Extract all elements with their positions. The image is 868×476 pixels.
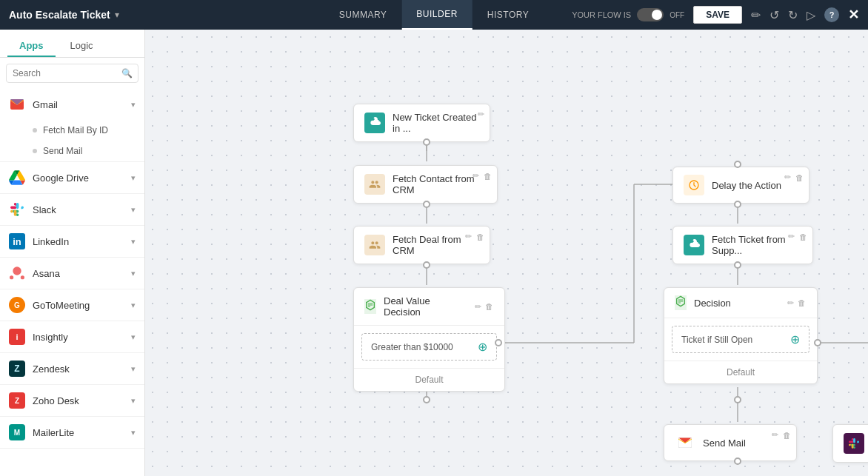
node-fetch-contact[interactable]: Fetch Contact from CRM ✏ 🗑 [353, 165, 498, 204]
app-item-asana[interactable]: Asana ▾ [0, 258, 144, 289]
connector-fetch-deal-bottom [423, 261, 430, 269]
send-mail-delete-btn[interactable]: 🗑 [782, 429, 792, 440]
deal-branch-add-btn[interactable]: ⊕ [478, 340, 487, 354]
connector-delay-top [734, 161, 741, 168]
decision-label: Decision [694, 298, 779, 309]
zoho-chevron-icon: ▾ [131, 396, 136, 406]
fetch-ticket-icon [684, 235, 704, 255]
help-icon[interactable]: ? [824, 7, 839, 22]
app-group-zendesk: Z Zendesk ▾ [0, 353, 144, 385]
decision-branch-add-btn[interactable]: ⊕ [790, 332, 800, 346]
fetch-ticket-delete-btn[interactable]: 🗑 [798, 231, 808, 242]
zoho-label: Zoho Desk [33, 395, 79, 406]
app-item-zoho[interactable]: Z Zoho Desk ▾ [0, 385, 144, 416]
deal-decision-delete-btn[interactable]: 🗑 [484, 301, 494, 312]
node-send-channel[interactable]: Send Channel Message ✏ 🗑 [832, 424, 868, 463]
app-group-insightly: i Insightly ▾ [0, 321, 144, 353]
gmail-chevron-icon: ▾ [131, 100, 136, 110]
tab-summary[interactable]: SUMMARY [324, 0, 402, 30]
tab-builder[interactable]: BUILDER [401, 0, 473, 30]
mailerlite-label: MailerLite [33, 427, 74, 438]
node-deal-value-decision[interactable]: Deal Value Decision ✏ 🗑 Greater than $10… [353, 287, 505, 392]
title-chevron-icon[interactable]: ▾ [115, 10, 119, 20]
search-input[interactable] [6, 64, 138, 83]
asana-chevron-icon: ▾ [131, 269, 136, 278]
node-fetch-deal[interactable]: Fetch Deal from CRM ✏ 🗑 [353, 226, 490, 264]
node-decision[interactable]: Decision ✏ 🗑 Ticket if Still Open ⊕ Defa… [664, 287, 818, 384]
app-item-gmail[interactable]: Gmail ▾ [0, 89, 144, 120]
app-item-linkedin[interactable]: in LinkedIn ▾ [0, 226, 144, 257]
sidebar-item-send-mail[interactable]: Send Mail [0, 141, 144, 161]
deal-decision-icon [364, 299, 376, 314]
undo-icon[interactable]: ↺ [769, 8, 779, 22]
app-item-mailerlite[interactable]: M MailerLite ▾ [0, 417, 144, 448]
node-fetch-ticket[interactable]: Fetch Ticket from Supp... ✏ 🗑 [672, 226, 813, 264]
fetch-deal-delete-btn[interactable]: 🗑 [475, 231, 485, 242]
node-send-mail[interactable]: Send Mail ✏ 🗑 [664, 424, 797, 461]
app-item-zendesk[interactable]: Z Zendesk ▾ [0, 353, 144, 384]
app-item-gotomeeting[interactable]: G GoToMeeting ▾ [0, 289, 144, 321]
new-ticket-label: New Ticket Created in ... [393, 112, 479, 134]
decision-edit-btn[interactable]: ✏ [787, 298, 795, 309]
connector-delay-bottom [734, 201, 741, 208]
fetch-contact-delete-btn[interactable]: 🗑 [483, 170, 493, 181]
decision-delete-btn[interactable]: 🗑 [797, 298, 807, 309]
flow-canvas[interactable]: New Ticket Created in ... ✏ Fetch Contac… [145, 30, 868, 476]
app-item-slack[interactable]: Slack ▾ [0, 194, 144, 225]
app-group-slack: Slack ▾ [0, 194, 144, 226]
deal-default-label: Default [415, 375, 443, 385]
main-layout: Apps Logic 🔍 Gmail ▾ Fetch Mail By ID [0, 30, 868, 476]
decision-header: Decision ✏ 🗑 [664, 288, 817, 318]
new-ticket-edit-btn[interactable]: ✏ [477, 109, 485, 120]
redo-icon[interactable]: ↻ [788, 8, 798, 22]
flow-status: YOUR FLOW IS OFF [572, 8, 684, 21]
deal-decision-body: Greater than $10000 ⊕ Default [354, 333, 504, 391]
mailerlite-chevron-icon: ▾ [131, 428, 136, 438]
close-button[interactable]: ✕ [848, 7, 859, 23]
svg-point-1 [10, 275, 13, 279]
app-group-zoho: Z Zoho Desk ▾ [0, 385, 144, 417]
connector-send-mail-bottom [734, 457, 741, 465]
search-box: 🔍 [6, 64, 138, 83]
gmail-icon [9, 96, 25, 113]
send-mail-edit-btn[interactable]: ✏ [771, 429, 779, 440]
sidebar-tab-logic[interactable]: Logic [59, 36, 105, 57]
send-channel-icon [844, 433, 864, 454]
fetch-contact-edit-btn[interactable]: ✏ [472, 170, 480, 181]
app-group-gotomeeting: G GoToMeeting ▾ [0, 289, 144, 321]
fetch-ticket-actions: ✏ 🗑 [787, 231, 808, 242]
insightly-label: Insightly [33, 332, 68, 343]
node-delay-action[interactable]: Delay the Action ✏ 🗑 [672, 167, 809, 204]
play-icon[interactable]: ▷ [807, 8, 815, 22]
decision-branch-label: Ticket if Still Open [681, 335, 752, 345]
sidebar-item-fetch-mail[interactable]: Fetch Mail By ID [0, 120, 144, 141]
save-button[interactable]: SAVE [693, 6, 742, 24]
zoho-icon: Z [9, 392, 25, 409]
zendesk-label: Zendesk [33, 363, 70, 375]
fetch-deal-edit-btn[interactable]: ✏ [464, 231, 473, 242]
new-ticket-icon [364, 113, 385, 133]
node-new-ticket[interactable]: New Ticket Created in ... ✏ [353, 104, 490, 142]
edit-icon[interactable]: ✏ [751, 8, 761, 22]
decision-branch-condition: Ticket if Still Open ⊕ [672, 326, 809, 353]
sidebar-tabs: Apps Logic [0, 30, 144, 58]
flow-toggle[interactable] [637, 8, 664, 21]
app-item-gdrive[interactable]: Google Drive ▾ [0, 162, 144, 193]
connector-new-ticket-bottom [423, 138, 430, 146]
app-item-insightly[interactable]: i Insightly ▾ [0, 321, 144, 352]
fetch-ticket-edit-btn[interactable]: ✏ [787, 231, 795, 242]
delay-edit-btn[interactable]: ✏ [784, 172, 792, 183]
deal-decision-edit-btn[interactable]: ✏ [474, 301, 482, 312]
slack-chevron-icon: ▾ [131, 205, 136, 215]
tab-history[interactable]: HISTORY [473, 0, 544, 30]
connector-decision-branch [814, 339, 821, 346]
delay-delete-btn[interactable]: 🗑 [795, 172, 804, 183]
deal-branch-condition: Greater than $10000 ⊕ [361, 333, 497, 361]
sidebar-tab-apps[interactable]: Apps [7, 36, 56, 57]
asana-icon [9, 265, 25, 281]
mailerlite-icon: M [9, 424, 25, 440]
app-group-mailerlite: M MailerLite ▾ [0, 417, 144, 449]
linkedin-icon: in [9, 233, 25, 249]
deal-branch-label: Greater than $10000 [371, 342, 453, 352]
fetch-deal-icon [364, 235, 385, 255]
